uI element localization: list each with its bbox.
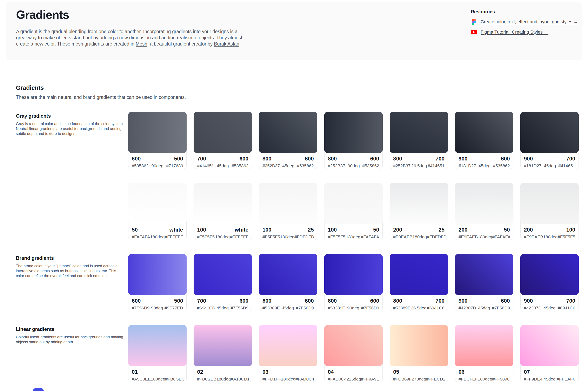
card-from-label: 900 bbox=[458, 298, 467, 304]
gradient-swatch bbox=[520, 183, 579, 224]
gradient-swatch bbox=[259, 325, 317, 366]
gradient-row-linear: Linear gradients Colorful linear gradien… bbox=[0, 325, 588, 382]
card-to-hex: #7F56D9 bbox=[231, 305, 248, 311]
resources: Resources Create color, text, effect and… bbox=[471, 9, 578, 39]
card-color-names: 700600 bbox=[197, 298, 248, 304]
card-to-hex: #535862 bbox=[493, 163, 510, 169]
resource-link-label[interactable]: Figma Tutorial: Creating Styles → bbox=[481, 29, 548, 35]
card-from-hex: #252B37 bbox=[328, 163, 345, 169]
card-gradient-values: #252B3745deg#535862 bbox=[263, 163, 314, 169]
card-meta: 800700#252B3726.5deg#414651 bbox=[390, 153, 448, 169]
gradient-row-gray-light: 50white#FAFAFA180deg#FFFFFF100white#F5F5… bbox=[0, 183, 588, 240]
card-gradient-values: #A5C0EE180deg#FBC5EC bbox=[132, 376, 183, 382]
description-text: . bbox=[239, 41, 241, 47]
card-to-label: 500 bbox=[174, 298, 183, 304]
header-panel: Gradients A gradient is the gradual blen… bbox=[6, 2, 582, 60]
link-mesh[interactable]: Mesh bbox=[136, 41, 147, 47]
card-from-label: 03 bbox=[263, 369, 269, 375]
gradient-swatch bbox=[520, 112, 579, 153]
gradient-card: 04#FAD0C4225deg#FF9A9E bbox=[324, 325, 383, 382]
card-meta: 02#FBC2EB180deg#A18CD1 bbox=[194, 366, 252, 382]
gradient-card: 05#FCB69F270deg#FFECD2 bbox=[390, 325, 448, 382]
card-from-label: 100 bbox=[328, 227, 337, 233]
card-from-label: 100 bbox=[197, 227, 206, 233]
card-to-label: 500 bbox=[174, 156, 183, 162]
group-heading: Gray gradients bbox=[16, 113, 125, 119]
card-color-names: 06 bbox=[458, 369, 510, 375]
card-from-label: 100 bbox=[263, 227, 271, 233]
card-angle: 90deg bbox=[347, 305, 359, 311]
resource-link-figma-styles[interactable]: Create color, text, effect and layout gr… bbox=[471, 18, 578, 25]
card-color-names: 800600 bbox=[328, 298, 379, 304]
card-color-names: 20025 bbox=[393, 227, 444, 233]
link-burak-aslan[interactable]: Burak Aslan bbox=[214, 41, 239, 47]
card-meta: 900700#42307D45deg#6941C6 bbox=[521, 295, 579, 311]
card-meta: 800600#252B3790deg#535862 bbox=[324, 153, 382, 169]
card-meta: 05#FCB69F270deg#FFECD2 bbox=[390, 366, 448, 382]
card-angle: 180deg bbox=[215, 234, 230, 240]
gradient-swatch bbox=[324, 112, 383, 153]
card-angle: 45deg bbox=[217, 305, 229, 311]
card-from-hex: #FBC2EB bbox=[197, 376, 216, 382]
gradient-card: 800700#53389E26.5deg#6941C6 bbox=[390, 254, 448, 311]
card-color-names: 800700 bbox=[393, 156, 444, 162]
card-to-hex: #535862 bbox=[362, 163, 379, 169]
page-title: Gradients bbox=[16, 7, 69, 22]
resource-link-youtube-tutorial[interactable]: Figma Tutorial: Creating Styles → bbox=[471, 29, 578, 36]
card-from-hex: #FECFEF bbox=[458, 376, 478, 382]
card-to-hex: #9E77ED bbox=[164, 305, 183, 311]
gradient-card: 700600#6941C645deg#7F56D9 bbox=[194, 254, 252, 311]
card-from-label: 700 bbox=[197, 156, 206, 162]
partial-blue-button[interactable] bbox=[33, 388, 44, 391]
gradient-card: 800600#252B3745deg#535862 bbox=[259, 112, 317, 169]
description-text: , a beautiful gradient creator by bbox=[147, 41, 214, 47]
card-to-label: 700 bbox=[566, 156, 575, 162]
card-angle: 180deg bbox=[216, 376, 231, 382]
card-to-hex: #6941C6 bbox=[558, 305, 575, 311]
card-angle: 45deg bbox=[217, 163, 229, 169]
card-color-names: 02 bbox=[197, 369, 248, 375]
card-to-label: 700 bbox=[436, 298, 444, 304]
card-to-hex: #FAFAFA bbox=[492, 234, 510, 240]
card-meta: 07#FF9DE445deg#FFEAF6 bbox=[521, 366, 579, 382]
group-heading: Linear gradients bbox=[16, 326, 125, 332]
card-gradient-values: #53389E45deg#7F56D9 bbox=[263, 305, 314, 311]
card-color-names: 900700 bbox=[524, 156, 575, 162]
card-from-hex: #53389E bbox=[263, 305, 280, 311]
card-color-names: 900700 bbox=[524, 298, 575, 304]
gradient-card: 700600#41465145deg#535862 bbox=[194, 112, 252, 169]
gradient-card: 600500#53586290deg#717680 bbox=[128, 112, 187, 169]
card-angle: 45deg bbox=[544, 163, 556, 169]
card-meta: 600500#7F56D990deg#9E77ED bbox=[129, 295, 186, 311]
card-from-hex: #181D27 bbox=[458, 163, 476, 169]
card-meta: 900700#181D2745deg#414651 bbox=[521, 153, 579, 169]
card-from-label: 200 bbox=[393, 227, 402, 233]
card-to-label: 600 bbox=[240, 298, 248, 304]
card-meta: 20025#E9EAEB180deg#FDFDFD bbox=[390, 224, 448, 240]
card-color-names: 100white bbox=[197, 227, 248, 233]
card-color-names: 01 bbox=[132, 369, 183, 375]
gradient-card: 800700#252B3726.5deg#414651 bbox=[390, 112, 448, 169]
card-to-label: 600 bbox=[370, 156, 379, 162]
card-meta: 700600#6941C645deg#7F56D9 bbox=[194, 295, 252, 311]
card-angle: 90deg bbox=[348, 163, 360, 169]
card-color-names: 700600 bbox=[197, 156, 248, 162]
gradient-card: 10050#F5F5F5180deg#FAFAFA bbox=[324, 183, 383, 240]
group-info-linear: Linear gradients Colorful linear gradien… bbox=[16, 326, 125, 344]
gradient-swatch bbox=[455, 183, 513, 224]
card-gradient-values: #42307D45deg#6941C6 bbox=[524, 305, 575, 311]
card-meta: 900600#181D2745deg#535862 bbox=[455, 153, 513, 169]
card-angle: 45deg bbox=[544, 376, 555, 382]
card-gradient-values: #FF9DE445deg#FFEAF6 bbox=[524, 376, 575, 382]
card-color-names: 05 bbox=[393, 369, 444, 375]
card-to-hex: #FFECD2 bbox=[426, 376, 445, 382]
gradient-row-gray: Gray gradients Gray is a neutral color a… bbox=[0, 112, 588, 169]
card-gradient-values: #E9EAEB180deg#F5F5F5 bbox=[524, 234, 575, 240]
card-gradient-values: #53586290deg#717680 bbox=[132, 163, 183, 169]
resource-link-label[interactable]: Create color, text, effect and layout gr… bbox=[481, 19, 578, 24]
card-from-label: 04 bbox=[328, 369, 334, 375]
card-to-label: 600 bbox=[501, 156, 510, 162]
card-from-label: 200 bbox=[524, 227, 533, 233]
card-from-hex: #FAFAFA bbox=[132, 234, 150, 240]
card-gradient-values: #41465145deg#535862 bbox=[197, 163, 248, 169]
